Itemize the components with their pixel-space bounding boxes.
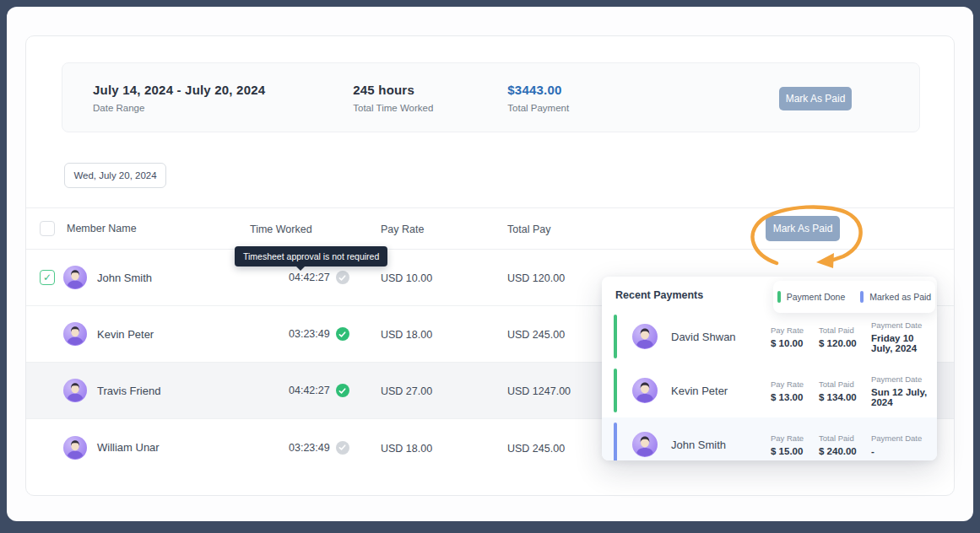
member-name: John Smith	[97, 272, 152, 284]
avatar	[63, 379, 87, 402]
pay-rate: USD 10.00	[381, 272, 432, 284]
col-pay-rate: Pay Rate	[381, 223, 424, 235]
avatar	[632, 432, 658, 457]
date-range-label: Date Range	[93, 103, 265, 113]
select-all-checkbox[interactable]	[40, 221, 55, 236]
avatar	[63, 322, 87, 346]
payment-pay-rate: Pay Rate $ 10.00	[771, 326, 819, 348]
payment-total-paid: Total Paid $ 120.00	[819, 326, 871, 348]
col-total-pay: Total Pay	[507, 223, 550, 235]
member-name: Kevin Peter	[97, 328, 154, 341]
payment-member-name: John Smith	[671, 439, 771, 451]
avatar	[63, 436, 87, 460]
total-time-label: Total Time Worked	[353, 103, 433, 113]
member-name: William Unar	[97, 441, 160, 454]
payment-status-bar	[614, 315, 617, 358]
total-pay: USD 245.00	[507, 329, 565, 341]
legend-item: Payment Done	[777, 291, 845, 303]
legend-color-bar	[860, 291, 864, 303]
recent-payments-popup: Recent Payments Payment Done Marked as P…	[602, 277, 937, 460]
tooltip: Timesheet approval is not required	[235, 246, 387, 266]
legend-item: Marked as Paid	[860, 291, 931, 303]
summary-total-payment: $3443.00 Total Payment	[507, 83, 569, 113]
payment-date: Payment Date Friday 10 July, 2024	[871, 320, 937, 353]
pay-rate: USD 27.00	[381, 385, 432, 397]
payment-date: Payment Date Sun 12 July, 2024	[871, 374, 937, 407]
payment-row[interactable]: John Smith Pay Rate $ 15.00 Total Paid $…	[602, 417, 937, 460]
total-time-value: 245 hours	[353, 83, 433, 97]
summary-date-range: July 14, 2024 - July 20, 2024 Date Range	[93, 83, 265, 113]
payment-total-paid: Total Paid $ 134.00	[819, 380, 871, 402]
selected-day-chip[interactable]: Wed, July 20, 2024	[64, 163, 166, 188]
payment-pay-rate: Pay Rate $ 15.00	[771, 433, 819, 456]
total-pay: USD 245.00	[507, 443, 565, 455]
payment-total-paid: Total Paid $ 240.00	[819, 433, 871, 456]
approval-check-icon[interactable]	[336, 327, 349, 341]
payment-row[interactable]: David Shwan Pay Rate $ 10.00 Total Paid …	[602, 310, 937, 363]
mark-as-paid-button-summary[interactable]: Mark As Paid	[779, 87, 852, 110]
app-window: July 14, 2024 - July 20, 2024 Date Range…	[7, 7, 973, 521]
approval-check-icon[interactable]	[336, 441, 349, 455]
total-pay: USD 120.00	[507, 272, 565, 284]
payments-legend: Payment Done Marked as Paid	[773, 281, 935, 313]
tooltip-arrow	[295, 266, 306, 271]
tooltip-text: Timesheet approval is not required	[243, 251, 379, 261]
col-member-name: Member Name	[63, 223, 137, 234]
summary-total-time: 245 hours Total Time Worked	[353, 83, 433, 113]
total-payment-value: $3443.00	[507, 83, 569, 97]
payment-status-bar	[614, 369, 617, 412]
date-range-value: July 14, 2024 - July 20, 2024	[93, 83, 265, 97]
member-name: Travis Friend	[97, 385, 160, 397]
time-worked: 04:42:27	[289, 385, 330, 396]
avatar	[632, 378, 658, 403]
pay-rate: USD 18.00	[381, 329, 432, 341]
payment-row[interactable]: Kevin Peter Pay Rate $ 13.00 Total Paid …	[602, 363, 937, 417]
legend-label: Payment Done	[787, 292, 845, 302]
legend-label: Marked as Paid	[869, 292, 931, 302]
mark-as-paid-button-table[interactable]: Mark As Paid	[766, 216, 840, 241]
payment-member-name: Kevin Peter	[671, 385, 771, 397]
avatar	[63, 266, 87, 289]
summary-bar: July 14, 2024 - July 20, 2024 Date Range…	[62, 62, 920, 132]
pay-rate: USD 18.00	[381, 443, 432, 455]
approval-check-icon[interactable]	[336, 271, 349, 284]
payment-date: Payment Date -	[871, 433, 937, 456]
avatar	[632, 324, 658, 349]
payment-member-name: David Shwan	[671, 331, 771, 343]
col-time-worked: Time Worked	[250, 223, 312, 235]
time-worked: 03:23:49	[289, 442, 330, 454]
payment-status-bar	[614, 423, 617, 460]
approval-check-icon[interactable]	[336, 384, 349, 397]
time-worked: 04:42:27	[289, 272, 330, 283]
row-checkbox-checked[interactable]: ✓	[40, 270, 55, 285]
table-header: Member Name Time Worked Pay Rate Total P…	[26, 207, 954, 250]
payment-pay-rate: Pay Rate $ 13.00	[771, 380, 819, 402]
total-payment-label: Total Payment	[507, 103, 569, 113]
total-pay: USD 1247.00	[507, 385, 571, 397]
time-worked: 03:23:49	[289, 328, 330, 340]
legend-color-bar	[777, 291, 781, 303]
